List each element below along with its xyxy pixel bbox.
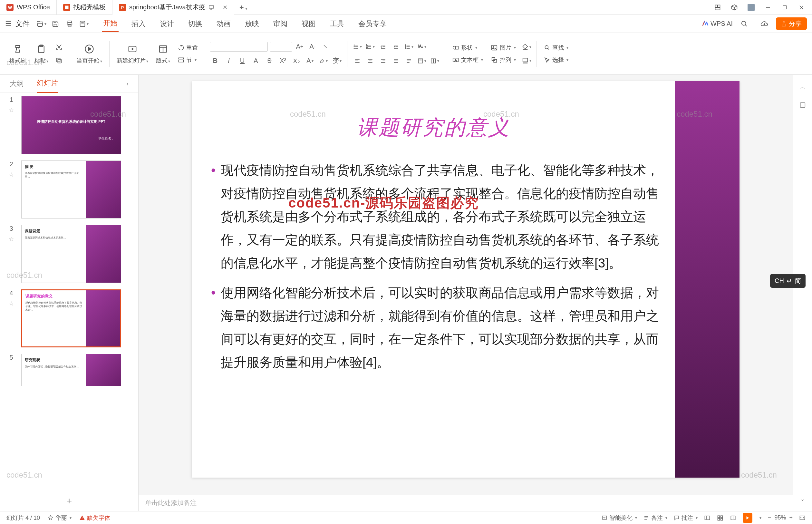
slide-counter[interactable]: 幻灯片 4 / 10 [6, 514, 40, 522]
pinyin-icon[interactable]: 变▾ [332, 55, 343, 66]
slide-body[interactable]: 现代疫情防控自动售货机系统综合了共享信息、电子化、智能化等多种技术，对疫情防控自… [211, 159, 662, 380]
export-icon[interactable]: ▾ [79, 19, 89, 29]
clear-format-icon[interactable] [320, 41, 331, 52]
share-button[interactable]: 分享 [776, 17, 807, 30]
copy-icon[interactable] [53, 55, 64, 66]
tab-design[interactable]: 设计 [159, 16, 175, 32]
text-direction-icon[interactable]: IA▾ [416, 41, 427, 52]
hamburger-icon[interactable]: ☰ [5, 20, 12, 28]
window-layout-icon[interactable] [713, 3, 722, 12]
increase-indent-icon[interactable] [391, 41, 401, 52]
arrange-button[interactable]: 排列▾ [488, 55, 518, 65]
file-menu[interactable]: 文件 [15, 19, 30, 29]
close-tab-icon[interactable]: ✕ [223, 4, 228, 11]
strikethrough-icon[interactable]: S [264, 55, 275, 66]
properties-icon[interactable] [797, 99, 809, 111]
tab-view[interactable]: 视图 [300, 16, 317, 32]
decrease-font-icon[interactable]: A- [307, 41, 318, 52]
wps-ai-button[interactable]: WPS AI [701, 20, 733, 28]
italic-icon[interactable]: I [223, 55, 234, 66]
font-size-select[interactable] [270, 42, 292, 52]
chevron-down-icon[interactable]: ⌄ [797, 493, 809, 505]
notes-panel[interactable]: 单击此处添加备注 [138, 495, 793, 511]
open-folder-icon[interactable]: ▾ [36, 19, 46, 29]
outline-color-icon[interactable]: ▾ [521, 55, 532, 66]
zoom-out-button[interactable]: − [768, 514, 772, 521]
shadow-icon[interactable]: A [250, 55, 261, 66]
chevron-up-icon[interactable]: ︿ [797, 81, 809, 93]
search-icon[interactable] [739, 19, 749, 29]
reset-button[interactable]: 重置 [175, 43, 200, 53]
slide-paragraph[interactable]: 使用网络化智能分析技术后，可以实时的获取商品信息或用户需求等数据，对海量的数据进… [211, 281, 662, 374]
add-slide-button[interactable]: + [66, 496, 72, 507]
font-family-select[interactable] [210, 42, 268, 52]
format-brush-button[interactable]: 格式刷 [6, 43, 29, 64]
highlight-icon[interactable]: ▾ [318, 55, 329, 66]
thumbnail-item[interactable]: 3☆ 课题背景随着互联网技术和信息技术的发展… [6, 225, 132, 283]
cut-icon[interactable] [53, 42, 64, 52]
section-button[interactable]: 节▾ [175, 55, 200, 65]
thumbnail-item[interactable]: 1☆ 疫情防控自动售货机系统的设计与实现.PPT学生姓名： [6, 96, 132, 154]
save-icon[interactable] [50, 19, 61, 29]
align-center-icon[interactable] [365, 55, 376, 66]
align-justify-icon[interactable] [391, 55, 401, 66]
from-current-button[interactable]: 当页开始▾ [74, 43, 105, 64]
bold-icon[interactable]: B [210, 55, 221, 66]
align-right-icon[interactable] [378, 55, 388, 66]
slide-paragraph[interactable]: 现代疫情防控自动售货机系统综合了共享信息、电子化、智能化等多种技术，对疫情防控自… [211, 159, 662, 275]
zoom-level[interactable]: 95% [774, 514, 786, 521]
tab-insert[interactable]: 插入 [130, 16, 147, 32]
new-tab-button[interactable]: +▾ [234, 3, 253, 12]
thumbnail-item[interactable]: 5 研究现状国外与国内现状，数据管理已是当今社会发展… [6, 354, 132, 386]
new-slide-button[interactable]: 新建幻灯片▾ [114, 43, 151, 64]
smart-beautify-button[interactable]: 智能美化▾ [601, 514, 637, 522]
fit-window-icon[interactable] [799, 515, 806, 521]
star-icon[interactable]: ☆ [9, 171, 14, 178]
vertical-align-icon[interactable]: ▾ [416, 55, 427, 66]
maximize-icon[interactable] [780, 3, 789, 12]
columns-icon[interactable]: ▾ [429, 55, 440, 66]
fill-color-icon[interactable]: ▾ [521, 42, 532, 52]
print-icon[interactable] [64, 19, 75, 29]
app-tab[interactable]: W WPS Office [0, 0, 57, 15]
subscript-icon[interactable]: X₂ [291, 55, 302, 66]
tab-slideshow[interactable]: 放映 [244, 16, 260, 32]
normal-view-icon[interactable] [704, 515, 711, 521]
tab-transition[interactable]: 切换 [187, 16, 204, 32]
increase-font-icon[interactable]: A+ [294, 41, 305, 52]
theme-button[interactable]: 华丽▾ [48, 514, 71, 522]
select-button[interactable]: 选择▾ [541, 55, 571, 65]
distribute-icon[interactable] [403, 55, 414, 66]
tab-start[interactable]: 开始 [102, 15, 119, 32]
star-icon[interactable]: ☆ [9, 107, 14, 114]
tab-review[interactable]: 审阅 [272, 16, 289, 32]
paste-button[interactable]: 粘贴▾ [32, 43, 51, 64]
avatar-icon[interactable] [747, 3, 755, 12]
align-left-icon[interactable] [352, 55, 363, 66]
decrease-indent-icon[interactable] [378, 41, 388, 52]
tab-tools[interactable]: 工具 [329, 16, 345, 32]
underline-icon[interactable]: U [237, 55, 248, 66]
numbering-icon[interactable]: 123▾ [365, 41, 376, 52]
tab-templates[interactable]: 找稻壳模板 [57, 0, 113, 15]
sorter-view-icon[interactable] [717, 515, 724, 521]
zoom-in-button[interactable]: + [789, 514, 793, 521]
star-icon[interactable]: ☆ [9, 300, 14, 307]
thumbnails-list[interactable]: 1☆ 疫情防控自动售货机系统的设计与实现.PPT学生姓名： 2☆ 摘 要随着信息… [0, 93, 138, 491]
line-spacing-icon[interactable]: ▾ [403, 41, 414, 52]
thumbnail-item[interactable]: 2☆ 摘 要随着信息技术的快速发展和互联网技术的广泛应用… [6, 161, 132, 218]
slide-canvas[interactable]: 课题研究的意义 现代疫情防控自动售货机系统综合了共享信息、电子化、智能化等多种技… [192, 81, 740, 478]
textbox-button[interactable]: A文本框▾ [449, 55, 485, 65]
cube-icon[interactable] [730, 3, 739, 12]
comments-toggle[interactable]: 批注▾ [674, 514, 698, 522]
tab-vip[interactable]: 会员专享 [357, 16, 388, 32]
star-icon[interactable]: ☆ [9, 235, 14, 243]
sidebar-tab-slides[interactable]: 幻灯片 [37, 75, 58, 93]
tab-document[interactable]: P springboot基于Java技术疫 ✕ [113, 0, 234, 15]
shape-button[interactable]: 形状▾ [449, 43, 485, 53]
layout-button[interactable]: 版式▾ [153, 43, 173, 64]
minimize-icon[interactable] [764, 3, 772, 12]
thumbnail-item[interactable]: 4☆ 课题研究的意义现代疫情防控自动售货机系统综合了共享信息、电子化、智能化等多… [6, 290, 132, 347]
notes-toggle[interactable]: 备注▾ [644, 514, 667, 522]
collapse-sidebar-icon[interactable]: ‹ [126, 80, 129, 87]
